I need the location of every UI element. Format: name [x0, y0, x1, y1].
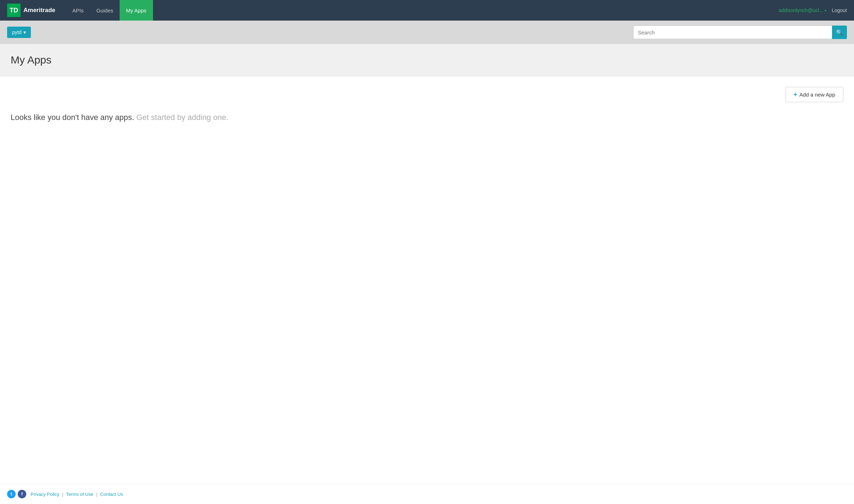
- plus-icon: +: [794, 91, 798, 98]
- chevron-down-icon: ▾: [825, 9, 826, 12]
- navbar-nav: APIs Guides My Apps: [66, 0, 779, 21]
- add-app-section: + Add a new App: [11, 87, 843, 102]
- td-logo: TD: [7, 4, 21, 17]
- navbar: TD Ameritrade APIs Guides My Apps addiso…: [0, 0, 854, 21]
- main-content: + Add a new App Looks like you don't hav…: [0, 76, 854, 254]
- logout-link[interactable]: Logout: [832, 7, 847, 13]
- empty-message-cta[interactable]: Get started by adding one.: [136, 113, 228, 122]
- empty-message-main: Looks like you don't have any apps.: [11, 113, 134, 122]
- search-container: 🔍: [633, 26, 847, 39]
- dropdown-chevron-icon: ▾: [23, 29, 26, 35]
- brand: TD Ameritrade: [7, 4, 55, 17]
- brand-name: Ameritrade: [23, 7, 55, 14]
- search-input[interactable]: [633, 26, 832, 39]
- empty-message: Looks like you don't have any apps. Get …: [11, 113, 843, 122]
- nav-my-apps[interactable]: My Apps: [120, 0, 153, 21]
- nav-guides[interactable]: Guides: [90, 0, 120, 21]
- toolbar: pytd ▾ 🔍: [0, 21, 854, 44]
- search-button[interactable]: 🔍: [832, 26, 847, 39]
- add-new-app-button[interactable]: + Add a new App: [785, 87, 843, 102]
- page-header: My Apps: [0, 44, 854, 76]
- add-app-label: Add a new App: [799, 92, 835, 98]
- search-icon: 🔍: [836, 29, 843, 36]
- user-email[interactable]: addisonlynch@ucl... ▾: [779, 7, 827, 13]
- page-title: My Apps: [11, 54, 843, 66]
- navbar-right: addisonlynch@ucl... ▾ Logout: [779, 7, 847, 13]
- pytd-dropdown[interactable]: pytd ▾: [7, 27, 31, 38]
- nav-apis[interactable]: APIs: [66, 0, 90, 21]
